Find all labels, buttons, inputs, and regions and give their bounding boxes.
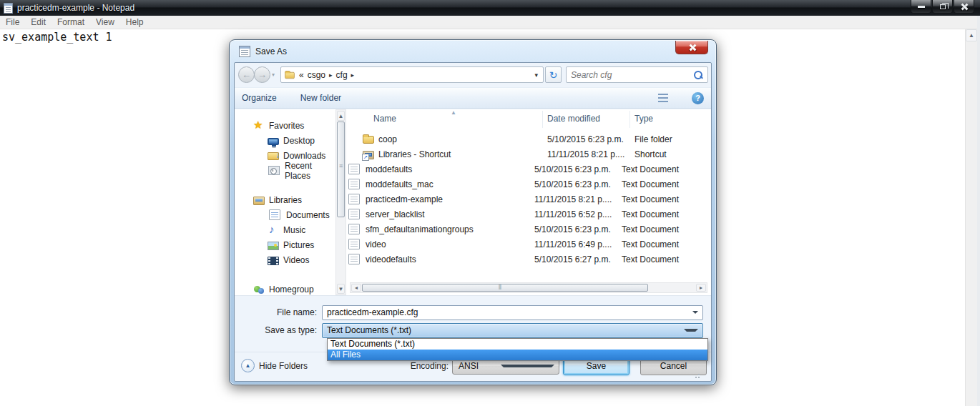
column-header-type[interactable]: Type: [630, 111, 702, 128]
table-row[interactable]: coop 5/10/2015 6:23 p.m. File folder: [347, 132, 710, 147]
table-row[interactable]: practicedm-example 11/11/2015 8:21 p....…: [347, 192, 710, 207]
recent-icon: [268, 166, 280, 175]
table-row[interactable]: video 11/11/2015 6:49 p.... Text Documen…: [347, 237, 710, 252]
table-row[interactable]: sfm_defaultanimationgroups 5/10/2015 6:2…: [347, 222, 710, 237]
scroll-up-icon[interactable]: ▲: [966, 29, 977, 41]
history-dropdown-icon[interactable]: ▾: [272, 71, 275, 78]
sidebar-item-label: Music: [283, 225, 305, 235]
breadcrumb[interactable]: « csgo ▸ cfg ▸ ▾: [280, 66, 544, 83]
minimize-button[interactable]: [911, 0, 931, 14]
restore-button[interactable]: [932, 0, 953, 14]
table-row[interactable]: moddefaults_mac 5/10/2015 6:23 p.m. Text…: [347, 177, 710, 192]
chevron-down-icon[interactable]: [692, 311, 698, 314]
sidebar-item[interactable]: Desktop: [235, 133, 335, 148]
file-name: video: [361, 239, 530, 249]
file-date: 11/11/2015 6:52 p....: [530, 209, 617, 219]
scroll-up-icon[interactable]: ▲: [337, 111, 345, 121]
table-row[interactable]: moddefaults 5/10/2015 6:23 p.m. Text Doc…: [347, 162, 710, 177]
change-view-button[interactable]: [651, 91, 685, 105]
column-header-name[interactable]: Name ▲: [347, 111, 543, 128]
sidebar-item[interactable]: Homegroup: [235, 282, 335, 295]
menu-item[interactable]: Edit: [25, 16, 52, 29]
window-controls: [910, 0, 974, 14]
dialog-close-button[interactable]: [675, 41, 708, 54]
file-type: Text Document: [617, 239, 679, 249]
minimize-icon: [918, 6, 925, 8]
column-header-date-modified[interactable]: Date modified: [543, 111, 630, 128]
close-icon: [960, 3, 968, 11]
notepad-vertical-scrollbar[interactable]: ▲: [965, 29, 977, 406]
horizontal-scrollbar[interactable]: ◂ ▸: [350, 282, 707, 293]
sidebar-item[interactable]: Videos: [235, 252, 335, 267]
downloads-icon: [268, 152, 279, 160]
file-type: Text Document: [617, 209, 679, 219]
new-folder-button[interactable]: New folder: [293, 90, 348, 106]
menu-item[interactable]: File: [0, 16, 25, 29]
forward-button[interactable]: →: [254, 66, 270, 83]
help-button[interactable]: ?: [692, 92, 704, 104]
breadcrumb-item-csgo[interactable]: csgo: [308, 70, 325, 80]
file-type: Text Document: [617, 179, 679, 189]
folder-icon: [363, 136, 374, 144]
close-icon: [688, 44, 696, 51]
file-type: Shortcut: [630, 149, 667, 159]
chevron-right-icon[interactable]: ▸: [351, 71, 355, 79]
breadcrumb-item-cfg[interactable]: cfg: [336, 70, 348, 80]
dropdown-option[interactable]: Text Documents (*.txt): [328, 339, 707, 350]
scrollbar-thumb[interactable]: [337, 122, 345, 217]
sidebar-item[interactable]: Libraries: [235, 192, 335, 207]
scroll-down-icon[interactable]: ▼: [337, 284, 345, 294]
menu-item[interactable]: Help: [120, 16, 150, 29]
hide-folders-label: Hide Folders: [259, 361, 308, 371]
organize-button[interactable]: Organize: [235, 90, 293, 106]
column-headers: Name ▲ Date modified Type: [347, 111, 710, 128]
navigation-bar: ← → ▾ « csgo ▸ cfg ▸ ▾ ↻: [235, 63, 711, 86]
notepad-menubar: FileEditFormatViewHelp: [0, 16, 980, 29]
dialog-titlebar: Save As: [239, 46, 287, 57]
sidebar-scrollbar[interactable]: ▲ ▼: [335, 109, 346, 295]
file-name-combobox[interactable]: [322, 305, 703, 320]
restore-icon: [940, 4, 946, 9]
scroll-right-icon[interactable]: ▸: [696, 284, 706, 292]
sidebar-item[interactable]: Favorites: [235, 118, 335, 133]
file-name: Libraries - Shortcut: [374, 149, 543, 159]
file-name: moddefaults_mac: [361, 179, 530, 189]
file-date: 5/10/2015 6:27 p.m.: [530, 254, 617, 264]
text-icon: [348, 164, 360, 174]
menu-item[interactable]: View: [90, 16, 120, 29]
scrollbar-thumb[interactable]: [362, 284, 648, 292]
resize-grip[interactable]: [695, 372, 701, 378]
sidebar-item[interactable]: Documents: [235, 207, 335, 222]
table-row[interactable]: server_blacklist 11/11/2015 6:52 p.... T…: [347, 207, 710, 222]
save-as-type-combobox[interactable]: Text Documents (*.txt): [322, 323, 703, 338]
chevron-right-icon[interactable]: ▸: [329, 71, 333, 79]
views-icon: [658, 94, 668, 102]
back-button[interactable]: ←: [238, 66, 255, 83]
hide-folders-button[interactable]: ▲ Hide Folders: [241, 359, 308, 372]
file-name-input[interactable]: [323, 307, 692, 317]
menu-item[interactable]: Format: [52, 16, 90, 29]
sidebar-item[interactable]: Recent Places: [235, 163, 335, 178]
file-list: Name ▲ Date modified Type coo: [347, 109, 710, 295]
notepad-icon: [4, 3, 13, 14]
organize-label: Organize: [242, 93, 277, 103]
sidebar-item[interactable]: Music: [235, 222, 335, 237]
dropdown-option[interactable]: All Files: [328, 350, 707, 360]
table-row[interactable]: videodefaults 5/10/2015 6:27 p.m. Text D…: [347, 252, 710, 267]
scroll-left-icon[interactable]: ◂: [351, 284, 361, 292]
dialog-client-area: ← → ▾ « csgo ▸ cfg ▸ ▾ ↻ Organize: [234, 62, 712, 382]
table-row[interactable]: Libraries - Shortcut 11/11/2015 8:21 p..…: [347, 147, 710, 162]
file-date: 5/10/2015 6:23 p.m.: [530, 164, 617, 174]
file-name: server_blacklist: [361, 209, 530, 219]
close-button[interactable]: [954, 0, 974, 14]
search-input[interactable]: [567, 70, 693, 80]
encoding-value: ANSI: [453, 361, 501, 371]
address-dropdown-icon[interactable]: ▾: [534, 71, 540, 79]
chevron-down-icon[interactable]: [684, 329, 698, 332]
breadcrumb-prefix[interactable]: «: [299, 70, 304, 80]
sidebar-item-label: Recent Places: [285, 161, 335, 181]
search-box[interactable]: [566, 66, 708, 83]
sidebar-item[interactable]: Pictures: [235, 237, 335, 252]
sidebar-item-label: Favorites: [269, 121, 304, 131]
refresh-button[interactable]: ↻: [545, 66, 562, 83]
